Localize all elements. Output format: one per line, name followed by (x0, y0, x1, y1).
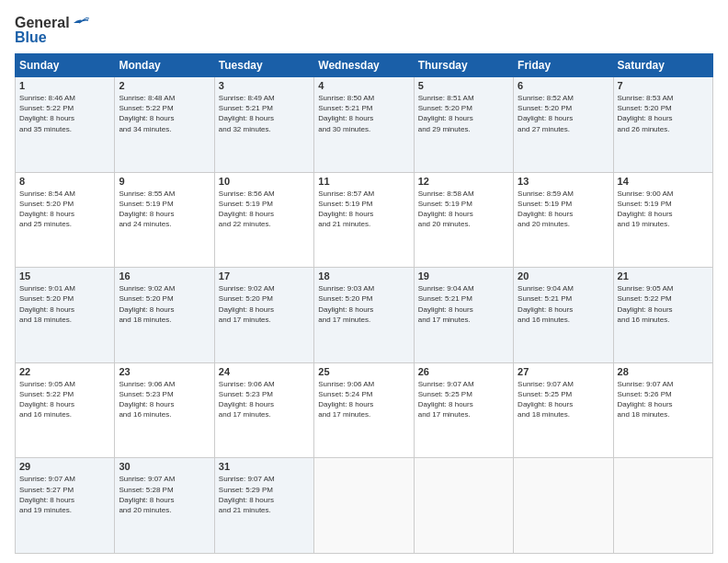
calendar-cell: 14 Sunrise: 9:00 AMSunset: 5:19 PMDaylig… (613, 172, 712, 268)
calendar-cell (414, 458, 513, 554)
calendar-cell: 20 Sunrise: 9:04 AMSunset: 5:21 PMDaylig… (514, 268, 613, 363)
day-number: 22 (19, 366, 110, 377)
day-info: Sunrise: 9:07 AMSunset: 5:25 PMDaylight:… (418, 380, 474, 419)
header-row: Sunday Monday Tuesday Wednesday Thursday… (16, 54, 713, 77)
calendar-cell: 10 Sunrise: 8:56 AMSunset: 5:19 PMDaylig… (214, 172, 313, 268)
day-number: 6 (518, 80, 609, 91)
day-number: 4 (318, 80, 409, 91)
day-number: 16 (119, 270, 210, 282)
calendar-week-3: 15 Sunrise: 9:01 AMSunset: 5:20 PMDaylig… (16, 268, 713, 363)
day-number: 1 (19, 80, 110, 91)
day-number: 3 (219, 80, 310, 91)
day-number: 26 (418, 366, 509, 377)
day-number: 20 (518, 270, 609, 282)
day-number: 12 (418, 176, 509, 187)
calendar-cell: 23 Sunrise: 9:06 AMSunset: 5:23 PMDaylig… (115, 362, 214, 458)
col-saturday: Saturday (613, 54, 712, 77)
day-number: 13 (518, 176, 609, 187)
col-friday: Friday (514, 54, 613, 77)
calendar-cell: 26 Sunrise: 9:07 AMSunset: 5:25 PMDaylig… (414, 362, 513, 458)
day-info: Sunrise: 9:01 AMSunset: 5:20 PMDaylight:… (19, 284, 75, 324)
day-info: Sunrise: 9:06 AMSunset: 5:23 PMDaylight:… (119, 380, 175, 419)
calendar-cell: 16 Sunrise: 9:02 AMSunset: 5:20 PMDaylig… (115, 268, 214, 363)
calendar-cell: 6 Sunrise: 8:52 AMSunset: 5:20 PMDayligh… (514, 77, 613, 173)
day-info: Sunrise: 9:07 AMSunset: 5:28 PMDaylight:… (119, 475, 175, 514)
day-info: Sunrise: 9:07 AMSunset: 5:29 PMDaylight:… (219, 475, 275, 514)
day-number: 18 (318, 270, 409, 282)
day-number: 28 (618, 366, 709, 377)
day-info: Sunrise: 8:49 AMSunset: 5:21 PMDaylight:… (219, 94, 275, 133)
day-number: 14 (618, 176, 709, 187)
col-tuesday: Tuesday (214, 54, 313, 77)
day-number: 2 (119, 80, 210, 91)
day-info: Sunrise: 9:04 AMSunset: 5:21 PMDaylight:… (518, 284, 574, 324)
calendar-week-4: 22 Sunrise: 9:05 AMSunset: 5:22 PMDaylig… (16, 362, 713, 458)
day-info: Sunrise: 9:06 AMSunset: 5:24 PMDaylight:… (318, 380, 374, 419)
day-info: Sunrise: 9:02 AMSunset: 5:20 PMDaylight:… (219, 284, 275, 324)
day-number: 25 (318, 366, 409, 377)
logo: General Blue (15, 15, 90, 46)
day-info: Sunrise: 9:07 AMSunset: 5:27 PMDaylight:… (19, 475, 75, 514)
day-info: Sunrise: 9:05 AMSunset: 5:22 PMDaylight:… (19, 380, 75, 419)
day-number: 17 (219, 270, 310, 282)
day-info: Sunrise: 8:54 AMSunset: 5:20 PMDaylight:… (19, 190, 75, 229)
day-info: Sunrise: 9:04 AMSunset: 5:21 PMDaylight:… (418, 284, 474, 324)
col-monday: Monday (115, 54, 214, 77)
calendar-week-1: 1 Sunrise: 8:46 AMSunset: 5:22 PMDayligh… (16, 77, 713, 173)
calendar-cell: 5 Sunrise: 8:51 AMSunset: 5:20 PMDayligh… (414, 77, 513, 173)
calendar-week-2: 8 Sunrise: 8:54 AMSunset: 5:20 PMDayligh… (16, 172, 713, 268)
day-number: 19 (418, 270, 509, 282)
calendar-cell: 3 Sunrise: 8:49 AMSunset: 5:21 PMDayligh… (214, 77, 313, 173)
calendar-cell: 22 Sunrise: 9:05 AMSunset: 5:22 PMDaylig… (16, 362, 115, 458)
day-info: Sunrise: 8:57 AMSunset: 5:19 PMDaylight:… (318, 190, 374, 229)
calendar-cell: 21 Sunrise: 9:05 AMSunset: 5:22 PMDaylig… (613, 268, 712, 363)
logo-blue: Blue (15, 29, 47, 46)
calendar-cell: 9 Sunrise: 8:55 AMSunset: 5:19 PMDayligh… (115, 172, 214, 268)
day-info: Sunrise: 9:07 AMSunset: 5:25 PMDaylight:… (518, 380, 574, 419)
calendar-cell: 2 Sunrise: 8:48 AMSunset: 5:22 PMDayligh… (115, 77, 214, 173)
calendar-cell: 12 Sunrise: 8:58 AMSunset: 5:19 PMDaylig… (414, 172, 513, 268)
day-number: 23 (119, 366, 210, 377)
col-thursday: Thursday (414, 54, 513, 77)
day-info: Sunrise: 9:07 AMSunset: 5:26 PMDaylight:… (618, 380, 674, 419)
col-sunday: Sunday (16, 54, 115, 77)
day-info: Sunrise: 9:00 AMSunset: 5:19 PMDaylight:… (618, 190, 674, 229)
day-info: Sunrise: 8:59 AMSunset: 5:19 PMDaylight:… (518, 190, 574, 229)
day-number: 9 (119, 176, 210, 187)
day-number: 29 (19, 461, 110, 472)
col-wednesday: Wednesday (314, 54, 414, 77)
calendar-cell: 24 Sunrise: 9:06 AMSunset: 5:23 PMDaylig… (214, 362, 313, 458)
day-info: Sunrise: 8:46 AMSunset: 5:22 PMDaylight:… (19, 94, 75, 133)
calendar-cell: 28 Sunrise: 9:07 AMSunset: 5:26 PMDaylig… (613, 362, 712, 458)
day-number: 10 (219, 176, 310, 187)
day-info: Sunrise: 9:03 AMSunset: 5:20 PMDaylight:… (318, 284, 374, 324)
day-info: Sunrise: 8:52 AMSunset: 5:20 PMDaylight:… (518, 94, 574, 133)
calendar-cell (613, 458, 712, 554)
logo-bird-icon (72, 16, 90, 30)
day-number: 15 (19, 270, 110, 282)
day-number: 24 (219, 366, 310, 377)
day-number: 11 (318, 176, 409, 187)
day-info: Sunrise: 8:55 AMSunset: 5:19 PMDaylight:… (119, 190, 175, 229)
calendar-cell: 31 Sunrise: 9:07 AMSunset: 5:29 PMDaylig… (214, 458, 313, 554)
calendar-cell: 1 Sunrise: 8:46 AMSunset: 5:22 PMDayligh… (16, 77, 115, 173)
day-number: 27 (518, 366, 609, 377)
day-number: 30 (119, 461, 210, 472)
calendar-cell: 17 Sunrise: 9:02 AMSunset: 5:20 PMDaylig… (214, 268, 313, 363)
day-number: 31 (219, 461, 310, 472)
calendar-cell: 29 Sunrise: 9:07 AMSunset: 5:27 PMDaylig… (16, 458, 115, 554)
calendar-page: General Blue Sunday Monday Tuesday Wedne… (0, 0, 728, 563)
day-info: Sunrise: 8:48 AMSunset: 5:22 PMDaylight:… (119, 94, 175, 133)
day-number: 7 (618, 80, 709, 91)
day-info: Sunrise: 8:53 AMSunset: 5:20 PMDaylight:… (618, 94, 674, 133)
calendar-cell: 8 Sunrise: 8:54 AMSunset: 5:20 PMDayligh… (16, 172, 115, 268)
calendar-cell (514, 458, 613, 554)
calendar-cell: 4 Sunrise: 8:50 AMSunset: 5:21 PMDayligh… (314, 77, 414, 173)
day-info: Sunrise: 9:05 AMSunset: 5:22 PMDaylight:… (618, 284, 674, 324)
calendar-cell: 25 Sunrise: 9:06 AMSunset: 5:24 PMDaylig… (314, 362, 414, 458)
calendar-cell: 19 Sunrise: 9:04 AMSunset: 5:21 PMDaylig… (414, 268, 513, 363)
calendar-cell: 30 Sunrise: 9:07 AMSunset: 5:28 PMDaylig… (115, 458, 214, 554)
calendar-cell: 13 Sunrise: 8:59 AMSunset: 5:19 PMDaylig… (514, 172, 613, 268)
calendar-cell: 18 Sunrise: 9:03 AMSunset: 5:20 PMDaylig… (314, 268, 414, 363)
day-number: 8 (19, 176, 110, 187)
